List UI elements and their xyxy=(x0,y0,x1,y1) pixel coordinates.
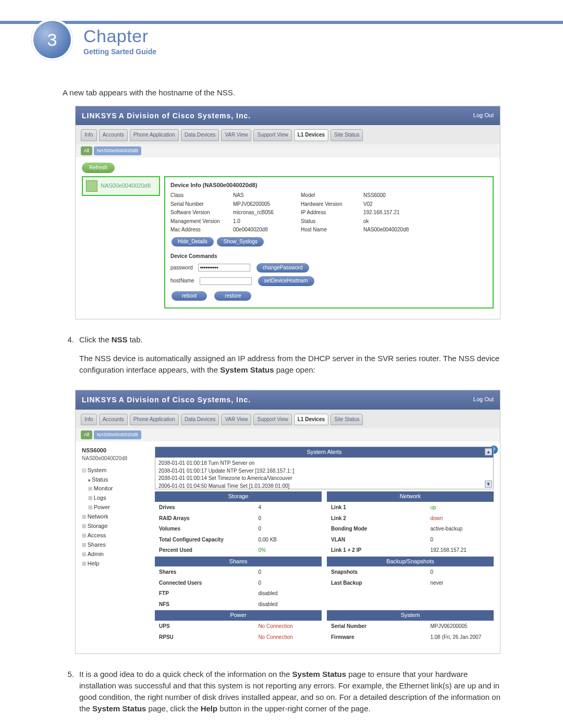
scroll-down-icon[interactable]: ▼ xyxy=(485,480,492,488)
chapter-label: Chapter xyxy=(83,26,500,46)
power-header: Power xyxy=(155,610,322,621)
scroll-up-icon[interactable]: ▲ xyxy=(485,448,492,455)
reboot-button[interactable]: reboot xyxy=(172,291,207,301)
device-info-panel: Device Info (NAS00e0040020d8) ClassNASMo… xyxy=(164,176,494,309)
tab-phone[interactable]: Phone Application xyxy=(130,129,179,141)
tab2-info[interactable]: Info xyxy=(81,414,97,426)
logout-link-2[interactable]: Log Out xyxy=(473,396,494,404)
tab-var[interactable]: VAR View xyxy=(221,129,251,141)
network-header: Network xyxy=(327,491,494,502)
chapter-subtitle: Getting Sarted Guide xyxy=(83,47,500,56)
tab-l1devices[interactable]: L1 Devices xyxy=(294,129,328,141)
shares-header: Shares xyxy=(155,557,322,567)
accent-bar xyxy=(0,21,563,24)
step4-number: 4. xyxy=(63,334,74,382)
tab2-sitestatus[interactable]: Site Status xyxy=(331,414,363,426)
hostname-label: hostName xyxy=(170,277,194,285)
device-info-title: Device Info (NAS00e0040020d8) xyxy=(170,181,487,190)
subtab-host[interactable]: NAS00e0040020d8 xyxy=(94,146,141,155)
tab2-var[interactable]: VAR View xyxy=(221,414,251,426)
screenshot-system-status: LINKSYS A Division of Cisco Systems, Inc… xyxy=(75,390,500,654)
subtab2-all[interactable]: All xyxy=(81,430,92,439)
linksys-subtitle-2: A Division of Cisco Systems, Inc. xyxy=(119,396,251,404)
device-tag[interactable]: NAS00e0040020d8 xyxy=(82,176,160,196)
screenshot-device-info: LINKSYS A Division of Cisco Systems, Inc… xyxy=(75,106,500,319)
linksys-subtitle: A Division of Cisco Systems, Inc. xyxy=(119,112,251,120)
nav-monitor[interactable]: Monitor xyxy=(88,484,150,493)
set-hostname-button[interactable]: setDeviceHostnam xyxy=(258,276,314,286)
system-alerts-header: System Alerts xyxy=(155,447,493,458)
nav-admin[interactable]: Admin xyxy=(82,550,150,559)
storage-header: Storage xyxy=(155,491,322,502)
hostname-input[interactable] xyxy=(200,277,252,285)
main-tabs: Info Accounts Phone Application Data Dev… xyxy=(76,125,500,144)
change-password-button[interactable]: changePassword xyxy=(256,263,309,273)
nss-model: NSS6000 xyxy=(82,447,150,455)
tab-accounts[interactable]: Accounts xyxy=(99,129,128,141)
refresh-button[interactable]: Refresh xyxy=(82,163,115,174)
tab-info[interactable]: Info xyxy=(81,129,97,141)
main-tabs-2: Info Accounts Phone Application Data Dev… xyxy=(76,410,500,429)
subtab2-host[interactable]: NAS00e0040020d8 xyxy=(94,430,141,439)
nav-storage[interactable]: Storage xyxy=(82,522,150,531)
restore-button[interactable]: restore xyxy=(214,291,251,301)
tab2-l1devices[interactable]: L1 Devices xyxy=(294,414,328,426)
alerts-list: 2038-01-01 01:00:18 Turn NTP Server on20… xyxy=(155,458,493,489)
hide-details-button[interactable]: Hide_Details xyxy=(172,237,214,247)
backup-header: Backup/Snapshots xyxy=(327,557,494,567)
chapter-number: 3 xyxy=(47,30,57,50)
tab-support[interactable]: Support View xyxy=(253,129,291,141)
chapter-number-badge: 3 xyxy=(31,19,73,60)
tab2-support[interactable]: Support View xyxy=(253,414,291,426)
nav-system[interactable]: System xyxy=(82,466,150,475)
nss-sidebar: NSS6000 NAS00e0040020d8 SystemStatusMoni… xyxy=(82,447,150,643)
linksys-logo-2: LINKSYS xyxy=(82,396,117,404)
intro-text: A new tab appears with the hostname of t… xyxy=(63,87,500,98)
nav-network[interactable]: Network xyxy=(82,512,150,522)
tab2-phone[interactable]: Phone Application xyxy=(130,414,179,426)
system-header: System xyxy=(327,610,494,621)
tab2-accounts[interactable]: Accounts xyxy=(99,414,128,426)
logout-link[interactable]: Log Out xyxy=(473,112,494,120)
linksys-logo: LINKSYS xyxy=(82,112,117,120)
nss-bold: NSS xyxy=(112,335,128,344)
nss-hostname: NAS00e0040020d8 xyxy=(82,455,150,463)
device-commands-title: Device Commands xyxy=(170,253,217,259)
nav-logs[interactable]: Logs xyxy=(88,493,150,503)
nav-status[interactable]: Status xyxy=(88,475,150,485)
nav-shares[interactable]: Shares xyxy=(82,540,150,550)
tab-sitestatus[interactable]: Site Status xyxy=(331,129,363,141)
tab-data[interactable]: Data Devices xyxy=(181,129,219,141)
password-input[interactable] xyxy=(198,264,250,272)
nav-power[interactable]: Power xyxy=(88,503,150,512)
nav-access[interactable]: Access xyxy=(82,531,150,540)
tab2-data[interactable]: Data Devices xyxy=(181,414,219,426)
show-syslogs-button[interactable]: Show_Syslogs xyxy=(217,237,264,247)
nav-help[interactable]: Help xyxy=(82,559,150,569)
step5-number: 5. xyxy=(63,669,74,721)
password-label: password xyxy=(170,264,193,272)
subtab-all[interactable]: All xyxy=(81,146,92,155)
